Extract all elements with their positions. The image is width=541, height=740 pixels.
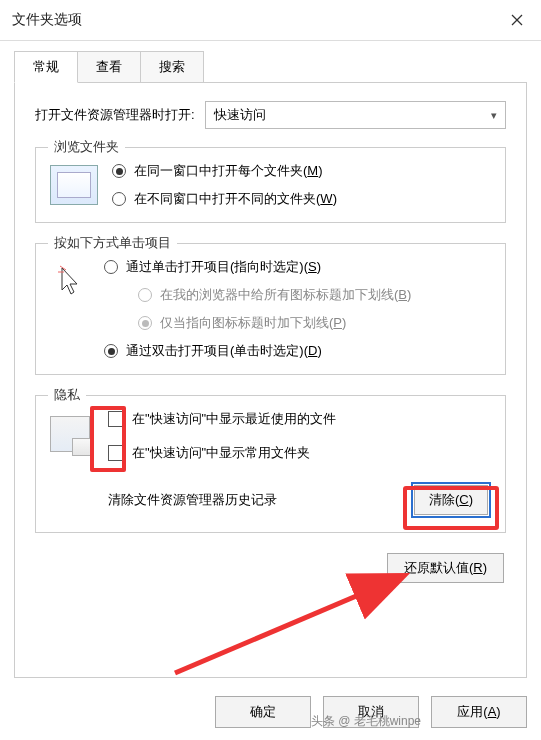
check-frequent-folders[interactable]: 在"快速访问"中显示常用文件夹: [108, 444, 336, 462]
tab-strip: 常规 查看 搜索: [0, 41, 541, 82]
ok-button[interactable]: 确定: [215, 696, 311, 728]
highlight-ring-checkboxes: [90, 406, 126, 472]
browse-legend: 浏览文件夹: [48, 138, 125, 156]
radio-icon: [138, 288, 152, 302]
dialog-buttons: 确定 取消 应用(A): [215, 696, 527, 728]
radio-same-window[interactable]: 在同一窗口中打开每个文件夹(M): [112, 162, 337, 180]
radio-icon: [112, 192, 126, 206]
window-title: 文件夹选项: [12, 11, 82, 29]
radio-new-window[interactable]: 在不同窗口中打开不同的文件夹(W): [112, 190, 337, 208]
svg-line-4: [175, 577, 401, 673]
radio-icon: [104, 260, 118, 274]
open-in-value: 快速访问: [214, 106, 266, 124]
cancel-button[interactable]: 取消: [323, 696, 419, 728]
privacy-legend: 隐私: [48, 386, 86, 404]
chevron-down-icon: ▾: [491, 109, 497, 122]
cursor-icon: [50, 258, 90, 306]
tab-view[interactable]: 查看: [77, 51, 141, 82]
open-in-select[interactable]: 快速访问 ▾: [205, 101, 506, 129]
privacy-fieldset: 隐私 在"快速访问"中显示最近使用的文件 在"快速访问"中显示常用文件夹 清除文…: [35, 395, 506, 533]
radio-underline-all: 在我的浏览器中给所有图标标题加下划线(B): [138, 286, 411, 304]
apply-button[interactable]: 应用(A): [431, 696, 527, 728]
radio-single-click[interactable]: 通过单击打开项目(指向时选定)(S): [104, 258, 411, 276]
title-bar: 文件夹选项: [0, 0, 541, 41]
close-icon: [511, 14, 523, 26]
radio-underline-point: 仅当指向图标标题时加下划线(P): [138, 314, 411, 332]
clear-history-label: 清除文件资源管理器历史记录: [108, 491, 277, 509]
click-fieldset: 按如下方式单击项目 通过单击打开项目(指向时选定)(S) 在我的浏览器中给所有图…: [35, 243, 506, 375]
radio-icon: [104, 344, 118, 358]
open-in-row: 打开文件资源管理器时打开: 快速访问 ▾: [35, 101, 506, 129]
browse-fieldset: 浏览文件夹 在同一窗口中打开每个文件夹(M) 在不同窗口中打开不同的文件夹(W): [35, 147, 506, 223]
tab-search[interactable]: 搜索: [140, 51, 204, 82]
tab-panel: 打开文件资源管理器时打开: 快速访问 ▾ 浏览文件夹 在同一窗口中打开每个文件夹…: [14, 82, 527, 678]
radio-icon: [138, 316, 152, 330]
history-icon: [50, 416, 94, 460]
check-recent-files[interactable]: 在"快速访问"中显示最近使用的文件: [108, 410, 336, 428]
restore-defaults-button[interactable]: 还原默认值(R): [387, 553, 504, 583]
radio-double-click[interactable]: 通过双击打开项目(单击时选定)(D): [104, 342, 411, 360]
close-button[interactable]: [505, 8, 529, 32]
open-in-label: 打开文件资源管理器时打开:: [35, 106, 195, 124]
highlight-ring-clear: [403, 486, 499, 530]
windows-icon: [50, 165, 98, 205]
tab-general[interactable]: 常规: [14, 51, 78, 83]
radio-icon: [112, 164, 126, 178]
click-legend: 按如下方式单击项目: [48, 234, 177, 252]
